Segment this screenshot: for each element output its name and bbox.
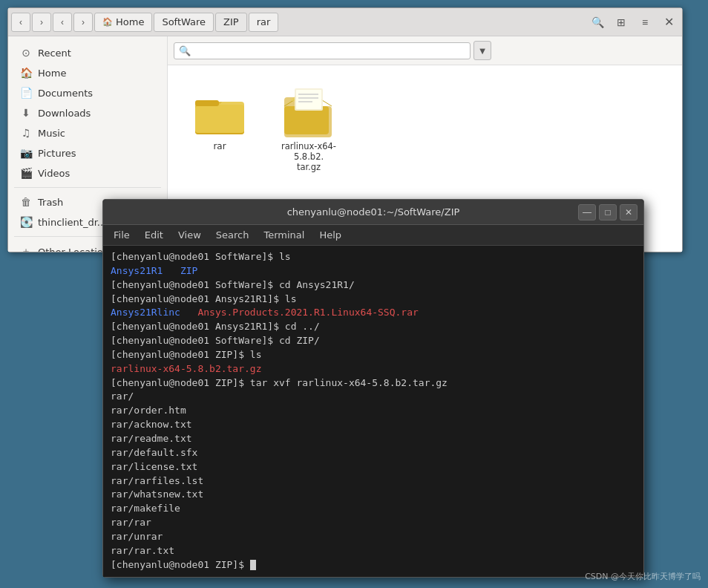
terminal-line-2: Ansys21R1 ZIP xyxy=(111,264,636,278)
sidebar-item-videos[interactable]: 🎬 Videos xyxy=(11,163,164,183)
terminal-close-button[interactable]: ✕ xyxy=(620,204,637,220)
add-icon: ＋ xyxy=(20,245,32,252)
search-icon: 🔍 xyxy=(179,45,191,56)
downloads-icon: ⬇ xyxy=(20,107,32,119)
file-manager-titlebar: ‹ › ‹ › 🏠 Home SoftWare ZIP rar 🔍 ⊞ ≡ ✕ xyxy=(8,8,682,36)
sidebar-item-music[interactable]: ♫ Music xyxy=(11,123,164,143)
terminal-line-18: rar/whatsnew.txt xyxy=(111,488,636,502)
terminal-line-4: [chenyanlu@node01 Ansys21R1]$ ls xyxy=(111,293,636,307)
terminal-line-21: rar/unrar xyxy=(111,530,636,544)
terminal-line-8: [chenyanlu@node01 ZIP]$ ls xyxy=(111,348,636,362)
terminal-line-17: rar/rarfiles.lst xyxy=(111,474,636,489)
menu-edit[interactable]: Edit xyxy=(139,228,169,242)
terminal-content[interactable]: [chenyanlu@node01 SoftWare]$ ls Ansys21R… xyxy=(103,246,643,577)
sidebar-separator xyxy=(14,187,161,188)
trash-icon: 🗑 xyxy=(20,196,32,208)
menu-file[interactable]: File xyxy=(108,228,136,242)
home-icon: 🏠 xyxy=(102,17,113,27)
search-input-wrap[interactable]: 🔍 xyxy=(174,42,471,59)
terminal-maximize-button[interactable]: □ xyxy=(599,204,617,220)
terminal-title: chenyanlu@node01:~/SoftWare/ZIP xyxy=(168,206,578,218)
breadcrumb-home[interactable]: 🏠 Home xyxy=(94,13,152,32)
back-button[interactable]: ‹ xyxy=(11,13,30,32)
terminal-line-20: rar/rar xyxy=(111,516,636,530)
terminal-line-6: [chenyanlu@node01 Ansys21R1]$ cd ../ xyxy=(111,320,636,334)
breadcrumb-rar[interactable]: rar xyxy=(249,13,279,32)
recent-icon: ⊙ xyxy=(20,47,32,59)
pictures-icon: 📷 xyxy=(20,147,32,159)
terminal-line-1: [chenyanlu@node01 SoftWare]$ ls xyxy=(111,250,636,264)
sidebar-item-pictures[interactable]: 📷 Pictures xyxy=(11,143,164,163)
terminal-minimize-button[interactable]: — xyxy=(578,204,596,220)
terminal-line-22: rar/rar.txt xyxy=(111,544,636,558)
music-icon: ♫ xyxy=(20,127,32,139)
file-label-rarlinux: rarlinux-x64-5.8.b2.tar.gz xyxy=(276,141,341,172)
terminal-line-14: rar/readme.txt xyxy=(111,432,636,446)
terminal-line-16: rar/license.txt xyxy=(111,460,636,474)
terminal-line-3: [chenyanlu@node01 SoftWare]$ cd Ansys21R… xyxy=(111,278,636,293)
terminal-line-23: [chenyanlu@node01 ZIP]$ xyxy=(111,558,636,572)
breadcrumb-bar: 🏠 Home SoftWare ZIP rar xyxy=(94,13,586,32)
menu-terminal[interactable]: Terminal xyxy=(258,228,310,242)
videos-icon: 🎬 xyxy=(20,167,32,179)
sidebar-item-documents[interactable]: 📄 Documents xyxy=(11,83,164,102)
terminal-line-12: rar/order.htm xyxy=(111,404,636,418)
terminal-line-19: rar/makefile xyxy=(111,502,636,516)
forward-button[interactable]: › xyxy=(32,13,51,32)
sidebar-item-downloads[interactable]: ⬇ Downloads xyxy=(11,103,164,122)
terminal-line-5: Ansys21Rlinc Ansys.Products.2021.R1.Linu… xyxy=(111,306,636,320)
terminal-line-10: [chenyanlu@node01 ZIP]$ tar xvf rarlinux… xyxy=(111,376,636,391)
svg-rect-7 xyxy=(296,90,321,109)
breadcrumb-software[interactable]: SoftWare xyxy=(154,13,214,32)
sidebar-item-home[interactable]: 🏠 Home xyxy=(11,63,164,82)
terminal-window: chenyanlu@node01:~/SoftWare/ZIP — □ ✕ Fi… xyxy=(102,199,644,578)
drive-icon: 💽 xyxy=(20,216,32,228)
terminal-line-11: rar/ xyxy=(111,390,636,404)
svg-rect-2 xyxy=(195,105,244,133)
breadcrumb-zip[interactable]: ZIP xyxy=(215,13,247,32)
close-button[interactable]: ✕ xyxy=(658,12,679,33)
view-toggle-button[interactable]: ⊞ xyxy=(611,12,632,33)
file-label-rar: rar xyxy=(213,141,226,151)
terminal-titlebar: chenyanlu@node01:~/SoftWare/ZIP — □ ✕ xyxy=(103,200,643,225)
terminal-menubar: File Edit View Search Terminal Help xyxy=(103,225,643,246)
terminal-line-15: rar/default.sfx xyxy=(111,446,636,460)
toolbar-right: 🔍 ⊞ ≡ ✕ xyxy=(587,12,679,33)
svg-rect-3 xyxy=(195,100,219,106)
menu-search[interactable]: Search xyxy=(210,228,255,242)
documents-icon: 📄 xyxy=(20,87,32,99)
folder-icon xyxy=(193,85,246,138)
menu-button[interactable]: ≡ xyxy=(635,12,655,33)
home-folder-icon: 🏠 xyxy=(20,67,32,79)
menu-view[interactable]: View xyxy=(172,228,207,242)
terminal-line-7: [chenyanlu@node01 SoftWare]$ cd ZIP/ xyxy=(111,334,636,348)
terminal-line-13: rar/acknow.txt xyxy=(111,418,636,432)
terminal-title-buttons: — □ ✕ xyxy=(578,204,637,220)
search-input[interactable] xyxy=(194,45,465,56)
file-item-rarlinux[interactable]: rarlinux-x64-5.8.b2.tar.gz xyxy=(272,80,346,177)
next-history-button[interactable]: › xyxy=(73,13,93,32)
file-item-rar[interactable]: rar xyxy=(183,80,257,177)
menu-help[interactable]: Help xyxy=(313,228,347,242)
terminal-cursor xyxy=(250,560,256,570)
search-bar: 🔍 ▼ xyxy=(168,36,682,65)
search-button[interactable]: 🔍 xyxy=(587,12,608,33)
prev-history-button[interactable]: ‹ xyxy=(53,13,72,32)
sidebar-item-recent[interactable]: ⊙ Recent xyxy=(11,43,164,62)
terminal-line-9: rarlinux-x64-5.8.b2.tar.gz xyxy=(111,362,636,376)
archive-icon xyxy=(282,85,335,138)
search-dropdown[interactable]: ▼ xyxy=(473,41,491,60)
